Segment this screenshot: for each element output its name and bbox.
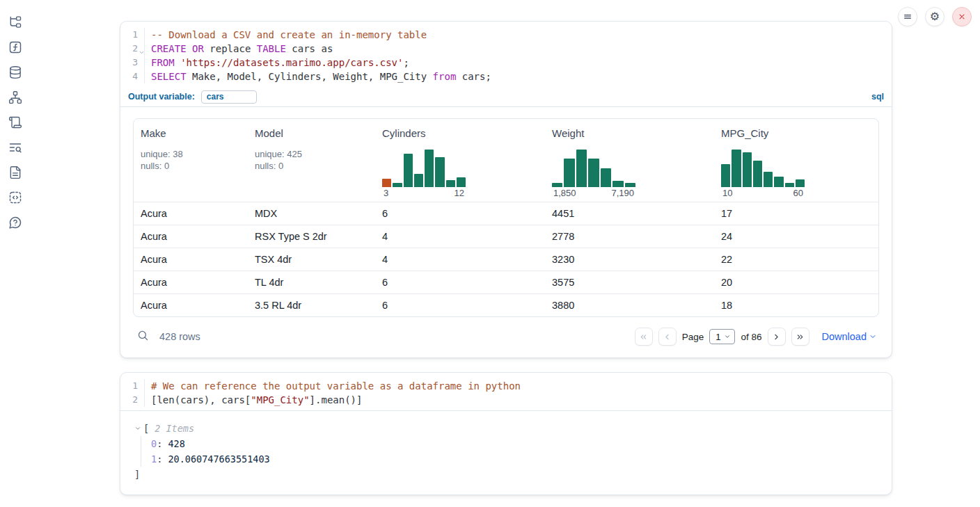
histogram-bar[interactable] xyxy=(732,150,741,187)
table-cell: Acura xyxy=(134,231,248,242)
code-line[interactable]: 2CREATE OR replace TABLE cars as xyxy=(120,42,892,56)
line-number: 2 xyxy=(120,393,145,407)
table-output: Makeunique: 38nulls: 0Modelunique: 425nu… xyxy=(133,118,879,317)
histogram[interactable] xyxy=(721,150,805,187)
hist-axis-min: 3 xyxy=(384,188,388,198)
code-line[interactable]: 1# We can reference the output variable … xyxy=(120,379,892,393)
output-variable-bar: Output variable: sql xyxy=(120,87,892,107)
histogram-bar[interactable] xyxy=(393,183,402,187)
histogram[interactable] xyxy=(552,150,635,187)
code-line[interactable]: 3FROM 'https://datasets.marimo.app/cars.… xyxy=(120,56,892,70)
item-index: 1 xyxy=(151,453,157,465)
code-line[interactable]: 4SELECT Make, Model, Cylinders, Weight, … xyxy=(120,70,892,83)
hist-axis-max: 60 xyxy=(793,188,803,198)
histogram-bar[interactable] xyxy=(404,154,413,187)
table-row[interactable]: Acura3.5 RL 4dr6388018 xyxy=(134,293,878,316)
close-bracket: ] xyxy=(134,467,892,482)
table-cell: MDX xyxy=(248,208,375,219)
column-header-weight[interactable]: Weight1,8507,190 xyxy=(545,119,714,202)
download-button[interactable]: Download xyxy=(822,331,878,342)
next-page-button[interactable] xyxy=(768,328,786,346)
column-header-model[interactable]: Modelunique: 425nulls: 0 xyxy=(248,119,375,202)
hist-axis-max: 12 xyxy=(455,188,464,198)
table-cell: 17 xyxy=(714,208,878,219)
table-row[interactable]: AcuraTSX 4dr4323022 xyxy=(134,248,878,271)
histogram-bar[interactable] xyxy=(552,183,562,187)
histogram-bar[interactable] xyxy=(743,152,752,187)
histogram-bar[interactable] xyxy=(774,177,783,187)
data-table: Makeunique: 38nulls: 0Modelunique: 425nu… xyxy=(133,118,879,317)
hist-axis-min: 1,850 xyxy=(553,188,576,198)
help-icon[interactable] xyxy=(8,215,23,230)
table-row[interactable]: AcuraTL 4dr6357520 xyxy=(134,271,878,293)
histogram-bar[interactable] xyxy=(625,183,635,187)
hist-axis-min: 10 xyxy=(722,188,732,198)
page-number-value: 1 xyxy=(716,332,720,342)
python-cell: 1# We can reference the output variable … xyxy=(120,372,892,495)
page-number-select[interactable]: 1 xyxy=(709,329,735,344)
previous-page-button[interactable] xyxy=(658,328,677,346)
functions-icon[interactable] xyxy=(8,40,23,55)
tracing-icon[interactable] xyxy=(8,140,23,155)
table-cell: 3.5 RL 4dr xyxy=(248,300,375,311)
sql-code-editor[interactable]: 1-- Download a CSV and create an in-memo… xyxy=(120,22,892,87)
histogram-bar[interactable] xyxy=(721,164,730,187)
collapse-chevron-icon[interactable] xyxy=(134,425,141,432)
column-title: Weight xyxy=(552,127,707,139)
menu-button[interactable] xyxy=(898,7,917,26)
table-row[interactable]: AcuraMDX6445117 xyxy=(134,202,878,225)
histogram-bar[interactable] xyxy=(764,172,773,187)
chevron-right-icon xyxy=(772,332,781,341)
line-number: 1 xyxy=(120,379,145,393)
code-line[interactable]: 1-- Download a CSV and create an in-memo… xyxy=(120,28,892,42)
histogram-bar[interactable] xyxy=(588,159,599,187)
line-number: 3 xyxy=(120,56,145,70)
histogram-bar[interactable] xyxy=(382,179,391,187)
column-header-make[interactable]: Makeunique: 38nulls: 0 xyxy=(134,119,248,202)
table-cell: 3230 xyxy=(545,254,714,265)
sql-cell: 1-- Download a CSV and create an in-memo… xyxy=(120,21,892,358)
chevrons-right-icon xyxy=(796,332,805,341)
settings-button[interactable]: ⚙ xyxy=(925,7,945,26)
histogram-bar[interactable] xyxy=(414,174,423,187)
column-title: Cylinders xyxy=(382,127,538,139)
histogram[interactable] xyxy=(382,150,466,187)
histogram-bar[interactable] xyxy=(446,180,455,187)
documentation-icon[interactable] xyxy=(8,165,23,180)
table-cell: 24 xyxy=(714,231,878,242)
column-header-cylinders[interactable]: Cylinders312 xyxy=(375,119,545,202)
column-stats: unique: 38nulls: 0 xyxy=(141,148,241,172)
histogram-bar[interactable] xyxy=(601,168,611,187)
file-tree-icon[interactable] xyxy=(8,15,23,30)
language-badge[interactable]: sql xyxy=(871,92,884,102)
shutdown-button[interactable] xyxy=(952,7,972,26)
table-cell: Acura xyxy=(134,300,248,311)
histogram-bar[interactable] xyxy=(612,181,623,187)
histogram-bar[interactable] xyxy=(435,157,444,187)
histogram-bar[interactable] xyxy=(425,150,434,187)
datasources-icon[interactable] xyxy=(8,65,23,80)
column-histogram: 1060 xyxy=(721,150,805,202)
table-cell: RSX Type S 2dr xyxy=(248,231,375,242)
histogram-bar[interactable] xyxy=(796,179,805,187)
output-variable-input[interactable] xyxy=(201,90,257,104)
python-code-editor[interactable]: 1# We can reference the output variable … xyxy=(120,373,892,410)
histogram-bar[interactable] xyxy=(785,183,794,187)
first-page-button[interactable] xyxy=(635,328,653,346)
column-header-mpg_city[interactable]: MPG_City1060 xyxy=(714,119,878,202)
histogram-bar[interactable] xyxy=(753,161,762,187)
code-line[interactable]: 2[len(cars), cars["MPG_City"].mean()] xyxy=(120,393,892,407)
histogram-bar[interactable] xyxy=(576,150,587,187)
snippets-icon[interactable] xyxy=(8,190,23,205)
logs-icon[interactable] xyxy=(8,115,23,130)
notebook-controls: ⚙ xyxy=(898,7,972,26)
hist-axis-max: 7,190 xyxy=(611,188,634,198)
column-histogram: 312 xyxy=(382,150,466,202)
last-page-button[interactable] xyxy=(791,328,809,346)
page-label: Page xyxy=(682,332,704,342)
histogram-bar[interactable] xyxy=(564,159,574,187)
search-icon[interactable] xyxy=(137,330,149,344)
dependency-graph-icon[interactable] xyxy=(8,90,23,105)
table-row[interactable]: AcuraRSX Type S 2dr4277824 xyxy=(134,225,878,248)
histogram-bar[interactable] xyxy=(457,177,466,187)
